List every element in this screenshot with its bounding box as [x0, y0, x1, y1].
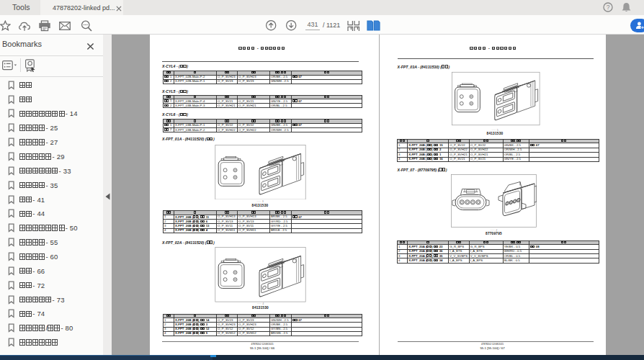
svg-text:?: ?	[607, 4, 610, 11]
